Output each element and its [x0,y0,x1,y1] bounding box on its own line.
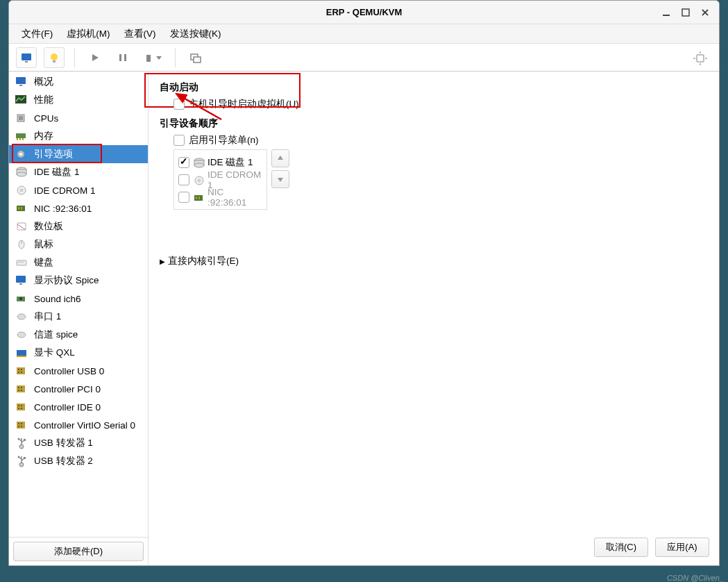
boot-device-row[interactable]: IDE 磁盘 1 [178,153,262,171]
sound-icon [15,292,28,306]
menu-file[interactable]: 文件(F) [15,26,60,42]
sidebar-item-label: USB 转发器 2 [34,455,93,467]
sidebar-item-2[interactable]: CPUs [9,109,148,127]
sidebar-item-5[interactable]: IDE 磁盘 1 [9,163,148,181]
serial-icon [15,328,28,342]
svg-point-77 [18,456,20,458]
close-button[interactable] [695,3,715,22]
boot-device-checkbox[interactable] [178,192,189,203]
svg-rect-70 [21,426,22,427]
svg-rect-43 [16,276,26,283]
sidebar-item-0[interactable]: 概况 [9,73,148,91]
svg-rect-60 [21,390,22,391]
chart-icon [15,93,28,107]
autostart-checkbox[interactable] [173,99,185,110]
svg-point-47 [17,314,26,319]
maximize-button[interactable] [676,3,695,22]
menu-view[interactable]: 查看(V) [117,26,163,42]
poweroff-dropdown[interactable] [140,47,165,68]
svg-point-6 [51,53,58,60]
fullscreen-button[interactable] [690,48,711,69]
sidebar-item-16[interactable]: Controller USB 0 [9,362,148,380]
autostart-label: 主机引导时启动虚拟机(U) [189,98,299,110]
sidebar-item-label: 引导选项 [34,148,73,160]
boot-device-checkbox[interactable] [178,157,189,168]
svg-rect-53 [21,369,22,370]
svg-rect-62 [18,405,19,406]
svg-rect-42 [22,262,24,263]
svg-rect-11 [146,55,151,62]
sidebar-item-4[interactable]: 引导选项 [9,145,148,163]
sidebar-item-17[interactable]: Controller PCI 0 [9,380,148,398]
svg-rect-10 [124,54,126,61]
sidebar-item-label: 鼠标 [34,238,53,251]
sidebar-item-label: Sound ich6 [34,294,81,304]
mouse-icon [15,238,28,251]
boot-device-checkbox[interactable] [178,174,189,185]
svg-rect-9 [119,54,121,61]
sidebar-item-label: 显示协议 Spice [34,274,99,287]
keyboard-icon [15,256,28,269]
sidebar-item-7[interactable]: NIC :92:36:01 [9,199,148,217]
sidebar-item-6[interactable]: IDE CDROM 1 [9,181,148,199]
svg-rect-64 [18,408,19,409]
sidebar-item-20[interactable]: USB 转发器 1 [9,434,148,452]
sidebar-item-10[interactable]: 键盘 [9,253,148,272]
sidebar-item-3[interactable]: 内存 [9,127,148,145]
sidebar-item-1[interactable]: 性能 [9,91,148,109]
menubar: 文件(F) 虚拟机(M) 查看(V) 发送按键(K) [9,24,719,44]
svg-rect-86 [198,197,200,199]
svg-rect-20 [19,116,23,120]
sidebar-item-8[interactable]: 数位板 [9,217,148,235]
boot-move-up-button[interactable] [271,149,289,167]
sidebar-item-19[interactable]: Controller VirtIO Serial 0 [9,416,148,434]
sidebar-item-9[interactable]: 鼠标 [9,235,148,253]
boot-device-list[interactable]: IDE 磁盘 1IDE CDROM 1NIC :92:36:01 [173,149,267,210]
play-button[interactable] [85,47,105,68]
serial-icon [15,310,28,324]
toolbar [9,44,719,72]
sidebar-item-11[interactable]: 显示协议 Spice [9,272,148,290]
svg-rect-1 [682,9,689,16]
snapshot-button[interactable] [185,47,206,68]
sidebar-item-label: 串口 1 [34,310,61,323]
svg-rect-58 [21,387,22,388]
hardware-list[interactable]: 概况性能CPUs内存引导选项IDE 磁盘 1IDE CDROM 1NIC :92… [9,72,148,538]
pause-button[interactable] [112,47,133,68]
boot-device-row[interactable]: IDE CDROM 1 [178,171,262,188]
controller-icon [15,382,28,396]
svg-marker-88 [278,178,283,182]
menu-vm[interactable]: 虚拟机(M) [60,26,117,42]
svg-rect-14 [194,57,201,63]
svg-rect-5 [25,61,28,63]
sidebar-item-13[interactable]: 串口 1 [9,308,148,326]
titlebar: ERP - QEMU/KVM [9,1,719,24]
gpu-icon [15,346,28,360]
svg-point-73 [18,438,20,440]
sidebar-item-14[interactable]: 信道 spice [9,326,148,344]
cancel-button[interactable]: 取消(C) [594,538,648,557]
svg-point-83 [198,179,201,181]
gear-icon [15,147,28,161]
sidebar-item-12[interactable]: Sound ich6 [9,290,148,308]
boot-device-row[interactable]: NIC :92:36:01 [178,188,262,206]
svg-rect-85 [196,197,197,199]
svg-rect-52 [18,369,19,370]
cd-icon [15,183,28,197]
console-view-button[interactable] [16,47,37,68]
bulb-button[interactable] [44,47,65,68]
apply-button[interactable]: 应用(A) [655,538,709,557]
controller-icon [15,400,28,414]
sidebar-item-18[interactable]: Controller IDE 0 [9,398,148,416]
sidebar-item-label: CPUs [34,113,58,124]
enable-boot-menu-checkbox[interactable] [173,135,185,146]
svg-rect-7 [53,60,56,63]
kernel-boot-expander[interactable]: ▶ 直接内核引导(E) [160,255,708,267]
svg-rect-34 [21,207,22,210]
menu-sendkeys[interactable]: 发送按键(K) [163,26,228,42]
add-hardware-button[interactable]: 添加硬件(D) [13,542,144,561]
boot-move-down-button[interactable] [271,170,289,188]
sidebar-item-21[interactable]: USB 转发器 2 [9,452,148,470]
sidebar-item-15[interactable]: 显卡 QXL [9,344,148,362]
minimize-button[interactable] [657,3,676,22]
